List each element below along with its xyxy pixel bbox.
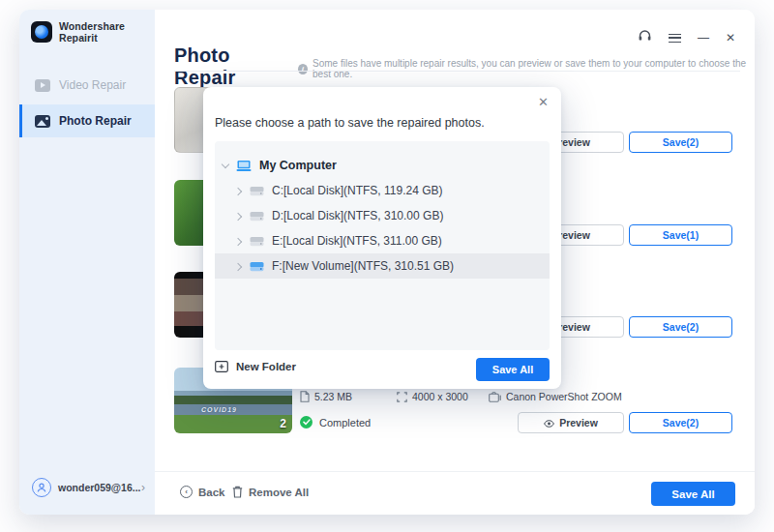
file-dimensions: 4000 x 3000 [412, 391, 468, 402]
thumbnail-graffiti-text: COVID19 [201, 406, 237, 413]
avatar-icon [32, 478, 51, 497]
remove-all-button[interactable]: Remove All [232, 486, 309, 498]
brand-name: Wondershare Repairit [59, 20, 155, 44]
preview-button[interactable]: Preview [518, 412, 624, 433]
save-button[interactable]: Save(1) [629, 224, 732, 246]
chevron-right-icon [236, 238, 243, 245]
account-name: wonder059@16... [58, 482, 141, 493]
save-all-button[interactable]: Save All [651, 482, 735, 506]
chevron-right-icon: › [141, 481, 145, 494]
eye-icon [544, 420, 553, 427]
tree-node-label: F:[New Volume](NTFS, 310.51 GB) [272, 259, 454, 273]
check-circle-icon [300, 416, 313, 429]
video-repair-icon [35, 79, 50, 92]
file-meta: 5.23 MB 4000 x 3000 Canon PowerShot ZOOM [300, 391, 622, 402]
save-path-dialog: ✕ Please choose a path to save the repai… [203, 87, 561, 389]
photo-repair-icon [35, 115, 50, 128]
tree-node-drive-d[interactable]: D:[Local Disk](NTFS, 310.00 GB) [215, 203, 550, 228]
trash-icon [232, 486, 243, 498]
chevron-right-icon [236, 263, 243, 270]
dialog-footer: New Folder Save All [203, 350, 561, 389]
page-title: Photo Repair [174, 44, 288, 89]
computer-icon [236, 160, 252, 172]
preview-label: Preview [559, 417, 598, 429]
tree-node-my-computer[interactable]: My Computer [215, 153, 550, 178]
page-note: Some files have multiple repair results,… [313, 58, 755, 79]
camera-icon [489, 392, 501, 402]
result-count-badge: 2 [280, 417, 286, 430]
tree-node-label: E:[Local Disk](NTFS, 311.00 GB) [272, 234, 442, 248]
drive-icon [250, 211, 264, 222]
footer-bar: ‹ Back Remove All Save All [155, 471, 755, 515]
remove-all-label: Remove All [249, 487, 309, 498]
sidebar-item-photo-repair[interactable]: Photo Repair [19, 104, 155, 137]
close-icon[interactable]: ✕ [726, 32, 735, 44]
back-label: Back [198, 487, 225, 498]
page-header: Photo Repair i Some files have multiple … [174, 44, 755, 89]
tree-node-drive-f[interactable]: F:[New Volume](NTFS, 310.51 GB) [215, 253, 550, 279]
file-size: 5.23 MB [314, 391, 352, 402]
app-logo-icon [31, 21, 52, 43]
drive-icon [250, 186, 264, 196]
dimensions-icon [397, 392, 407, 402]
tree-node-label: D:[Local Disk](NTFS, 310.00 GB) [272, 209, 443, 222]
dialog-close-icon[interactable]: ✕ [538, 95, 549, 109]
status-label: Completed [319, 417, 371, 429]
brand: Wondershare Repairit [31, 20, 155, 44]
back-icon: ‹ [180, 486, 193, 498]
new-folder-button[interactable]: New Folder [215, 361, 296, 372]
file-status: Completed [300, 416, 371, 429]
sidebar-item-video-repair[interactable]: Video Repair [19, 70, 155, 101]
tree-node-drive-e[interactable]: E:[Local Disk](NTFS, 311.00 GB) [215, 228, 550, 253]
chevron-right-icon [236, 188, 243, 194]
tree-node-label: My Computer [259, 159, 337, 172]
app-window: Wondershare Repairit Video Repair Photo … [19, 10, 755, 515]
save-button[interactable]: Save(2) [629, 132, 732, 153]
header-divider [174, 71, 740, 72]
chevron-down-icon [223, 163, 229, 169]
file-size-icon [300, 391, 310, 402]
save-button[interactable]: Save(2) [629, 412, 732, 433]
sidebar-item-label: Photo Repair [59, 114, 132, 128]
account-row[interactable]: wonder059@16... › [19, 472, 155, 503]
sidebar: Wondershare Repairit Video Repair Photo … [19, 10, 155, 515]
dialog-save-all-button[interactable]: Save All [476, 358, 550, 381]
chevron-right-icon [236, 213, 243, 220]
save-button[interactable]: Save(2) [629, 316, 732, 338]
sidebar-item-label: Video Repair [59, 78, 126, 92]
drive-icon [250, 236, 264, 247]
tree-node-label: C:[Local Disk](NTFS, 119.24 GB) [272, 184, 443, 197]
camera-model: Canon PowerShot ZOOM [506, 391, 622, 402]
menu-icon[interactable] [669, 34, 681, 43]
dialog-message: Please choose a path to save the repaire… [215, 116, 485, 130]
info-icon: i [298, 64, 308, 74]
new-folder-label: New Folder [236, 361, 296, 372]
drive-icon-selected [250, 261, 264, 272]
drive-tree: My Computer C:[Local Disk](NTFS, 119.24 … [215, 141, 550, 350]
tree-node-drive-c[interactable]: C:[Local Disk](NTFS, 119.24 GB) [215, 178, 550, 203]
minimize-icon[interactable]: — [698, 32, 709, 44]
back-button[interactable]: ‹ Back [180, 486, 225, 498]
new-folder-icon [215, 361, 228, 372]
